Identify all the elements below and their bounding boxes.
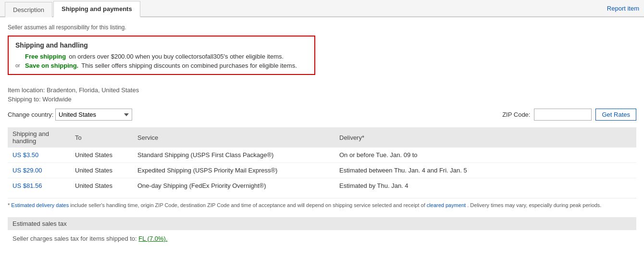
cell-price: US $29.00 [8,163,70,178]
or-label: or [15,62,22,68]
shipping-table: Shipping and handling To Service Deliver… [8,127,636,193]
th-to: To [70,127,133,147]
th-shipping: Shipping and handling [8,127,70,147]
cell-delivery: On or before Tue. Jan. 09 to [334,147,636,163]
shipping-to: Shipping to: Worldwide [8,96,636,103]
shipping-to-value: Worldwide [42,96,71,103]
cell-service: Expedited Shipping (USPS Priority Mail E… [133,163,334,178]
th-delivery: Delivery* [334,127,636,147]
tab-shipping[interactable]: Shipping and payments [53,1,140,17]
location-label: Item location: [8,86,45,94]
promo-row-2: or Save on shipping. This seller offers … [15,62,308,69]
location-value: Bradenton, Florida, United States [47,86,139,94]
cleared-payment-link[interactable]: cleared payment [427,202,466,208]
cell-delivery: Estimated by Thu. Jan. 4 [334,178,636,194]
shipping-handling-title: Shipping and handling [15,41,308,49]
change-country-label: Change country: [8,111,53,118]
estimated-delivery-link[interactable]: Estimated delivery dates [11,202,69,208]
sales-tax-link[interactable]: FL (7.0%). [138,235,167,242]
cell-price: US $81.56 [8,178,70,194]
table-row: US $81.56 United States One-day Shipping… [8,178,636,194]
get-rates-button[interactable]: Get Rates [595,109,636,121]
footnote-after: . Delivery times may vary, especially du… [467,202,601,208]
table-header-row: Shipping and handling To Service Deliver… [8,127,636,147]
cell-to: United States [70,147,133,163]
promo2-green: Save on shipping. [25,62,78,69]
promo-lines: Free shipping on orders over $200.00 whe… [15,53,308,69]
report-item-link[interactable]: Report item [607,1,639,16]
seller-note: Seller assumes all responsibility for th… [8,24,636,31]
shipping-handling-box: Shipping and handling Free shipping on o… [8,36,315,75]
promo2-desc: This seller offers shipping discounts on… [81,62,297,69]
sales-tax-text-before: Seller charges sales tax for items shipp… [12,235,138,242]
footnote-middle: include seller's handling time, origin Z… [70,202,427,208]
footnote: * Estimated delivery dates include selle… [8,198,636,209]
zip-section: ZIP Code: Get Rates [502,109,636,121]
sales-tax-header: Estimated sales tax [8,217,636,230]
promo-row-1: Free shipping on orders over $200.00 whe… [15,53,308,60]
main-content: Seller assumes all responsibility for th… [0,17,644,254]
country-select[interactable]: United States Canada United Kingdom Aust… [55,109,132,121]
cell-price: US $3.50 [8,147,70,163]
cell-service: One-day Shipping (FedEx Priority Overnig… [133,178,334,194]
sales-tax-body: Seller charges sales tax for items shipp… [8,230,636,247]
table-row: US $29.00 United States Expedited Shippi… [8,163,636,178]
tabs-bar: Description Shipping and payments Report… [0,0,644,17]
tab-description[interactable]: Description [5,2,52,17]
promo1-green: Free shipping [25,53,66,60]
table-row: US $3.50 United States Standard Shipping… [8,147,636,163]
cell-to: United States [70,178,133,194]
promo1-desc: on orders over $200.00 when you buy coll… [69,53,284,60]
th-service: Service [133,127,334,147]
zip-input[interactable] [534,109,592,121]
shipping-to-label: Shipping to: [8,96,41,103]
sales-tax-section: Estimated sales tax Seller charges sales… [8,217,636,247]
item-location: Item location: Bradenton, Florida, Unite… [8,86,636,94]
zip-label: ZIP Code: [502,111,530,118]
controls-row: Change country: United States Canada Uni… [8,109,636,121]
cell-to: United States [70,163,133,178]
cell-delivery: Estimated between Thu. Jan. 4 and Fri. J… [334,163,636,178]
cell-service: Standard Shipping (USPS First Class Pack… [133,147,334,163]
